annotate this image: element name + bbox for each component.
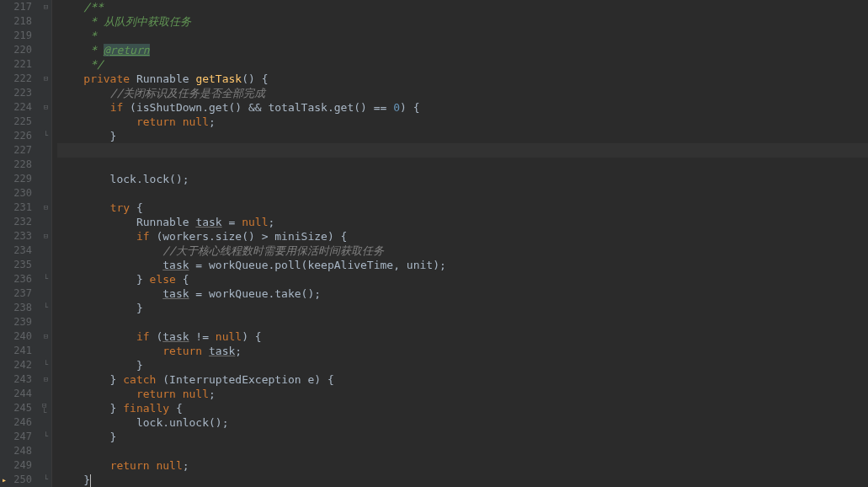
fold-cell[interactable]: ⊟ (40, 201, 51, 215)
line-number: 245 (0, 401, 32, 415)
fold-cell[interactable] (40, 286, 51, 301)
line-number: 217 (0, 0, 32, 14)
fold-cell[interactable] (40, 86, 51, 100)
code-line[interactable]: * 从队列中获取任务 (57, 14, 868, 29)
code-line[interactable] (57, 143, 868, 158)
code-line[interactable]: } else { (57, 272, 868, 286)
line-number: 249 (0, 458, 32, 473)
code-line[interactable]: if (workers.size() > miniSize) { (57, 229, 868, 244)
fold-cell[interactable]: └ (40, 430, 51, 444)
code-line[interactable]: * @return (57, 43, 868, 57)
fold-collapse-icon[interactable]: ⊟ (42, 233, 50, 240)
code-line[interactable]: */ (57, 57, 868, 72)
fold-cell[interactable] (40, 14, 51, 29)
fold-cell[interactable] (40, 29, 51, 43)
fold-cell[interactable]: └ (40, 301, 51, 315)
code-line[interactable]: lock.unlock(); (57, 415, 868, 430)
fold-end-icon[interactable]: └ (42, 433, 50, 441)
line-number: 246 (0, 415, 32, 430)
line-number: 237 (0, 286, 32, 301)
code-line[interactable] (57, 158, 868, 172)
fold-cell[interactable] (40, 458, 51, 473)
fold-end-icon[interactable]: └ (42, 476, 50, 484)
code-line[interactable]: lock.lock(); (57, 172, 868, 186)
code-line[interactable]: } finally { (57, 401, 868, 415)
line-number: 231 (0, 201, 32, 215)
execution-pointer-icon: ▸ (2, 473, 7, 487)
code-line[interactable] (57, 444, 868, 458)
fold-cell[interactable] (40, 258, 51, 272)
fold-cell[interactable] (40, 344, 51, 358)
code-line[interactable]: } (57, 430, 868, 444)
fold-cell[interactable]: └ (40, 358, 51, 372)
fold-end-icon[interactable]: └ (42, 361, 50, 369)
fold-cell[interactable] (40, 115, 51, 129)
fold-collapse-icon[interactable]: ⊟ (42, 75, 50, 83)
fold-end-icon[interactable]: └ (42, 132, 50, 140)
fold-cell[interactable] (40, 215, 51, 229)
code-line[interactable]: //大于核心线程数时需要用保活时间获取任务 (57, 244, 868, 258)
fold-cell[interactable] (40, 387, 51, 401)
code-line[interactable]: if (task != null) { (57, 329, 868, 344)
code-line[interactable]: if (isShutDown.get() && totalTask.get() … (57, 100, 868, 115)
code-line[interactable]: //关闭标识及任务是否全部完成 (57, 86, 868, 100)
fold-collapse-icon[interactable]: ⊟ (42, 104, 50, 111)
code-line[interactable]: return task; (57, 344, 868, 358)
fold-cell[interactable]: ⊟ (40, 329, 51, 344)
code-line[interactable] (57, 315, 868, 329)
fold-cell[interactable] (40, 244, 51, 258)
line-number: 224 (0, 100, 32, 115)
fold-cell[interactable]: ⊟ (40, 229, 51, 244)
fold-cell[interactable] (40, 186, 51, 201)
fold-cell[interactable]: ⊟ (40, 72, 51, 86)
fold-end-icon[interactable]: └ (42, 276, 50, 283)
code-line[interactable]: } (57, 301, 868, 315)
code-content-area[interactable]: /** * 从队列中获取任务 * * @return */ private Ru… (52, 0, 868, 487)
code-line[interactable]: task = workQueue.poll(keepAliveTime, uni… (57, 258, 868, 272)
code-line[interactable]: try { (57, 201, 868, 215)
line-number: 235 (0, 258, 32, 272)
fold-cell[interactable] (40, 315, 51, 329)
code-line[interactable]: Runnable task = null; (57, 215, 868, 229)
code-line[interactable]: /** (57, 0, 868, 14)
fold-collapse-icon[interactable]: ⊟ (42, 333, 50, 340)
fold-cell[interactable]: ⊟└ (40, 401, 51, 415)
fold-collapse-icon[interactable]: ⊟ (42, 376, 50, 383)
line-number: 248 (0, 444, 32, 458)
line-number: 242 (0, 358, 32, 372)
fold-cell[interactable]: └ (40, 272, 51, 286)
fold-cell[interactable] (40, 158, 51, 172)
fold-cell[interactable]: ⊟ (40, 100, 51, 115)
code-line[interactable]: } (57, 473, 868, 487)
code-line[interactable]: } (57, 358, 868, 372)
line-number: 244 (0, 387, 32, 401)
line-number: 247 (0, 430, 32, 444)
fold-collapse-icon[interactable]: ⊟ (42, 204, 50, 211)
line-number: 222 (0, 72, 32, 86)
fold-cell[interactable]: └▸ (40, 473, 51, 487)
fold-cell[interactable]: ⊟ (40, 0, 51, 14)
code-line[interactable]: * (57, 29, 868, 43)
fold-cell[interactable] (40, 143, 51, 158)
code-line[interactable]: return null; (57, 387, 868, 401)
code-line[interactable]: return null; (57, 458, 868, 473)
fold-cell[interactable]: └ (40, 129, 51, 143)
fold-collapse-icon[interactable]: ⊟ (42, 3, 50, 11)
line-number: 226 (0, 129, 32, 143)
code-line[interactable]: } (57, 129, 868, 143)
fold-cell[interactable]: ⊟ (40, 372, 51, 387)
code-line[interactable]: task = workQueue.take(); (57, 286, 868, 301)
line-number: 232 (0, 215, 32, 229)
code-line[interactable]: private Runnable getTask() { (57, 72, 868, 86)
fold-cell[interactable] (40, 43, 51, 57)
fold-end-icon[interactable]: └ (42, 304, 50, 312)
fold-gutter[interactable]: ⊟⊟⊟└⊟⊟└└⊟└⊟⊟└└└▸ (40, 0, 52, 487)
line-number: 239 (0, 315, 32, 329)
fold-cell[interactable] (40, 444, 51, 458)
fold-cell[interactable] (40, 57, 51, 72)
code-line[interactable]: return null; (57, 115, 868, 129)
code-line[interactable]: } catch (InterruptedException e) { (57, 372, 868, 387)
fold-cell[interactable] (40, 415, 51, 430)
fold-cell[interactable] (40, 172, 51, 186)
code-line[interactable] (57, 186, 868, 201)
